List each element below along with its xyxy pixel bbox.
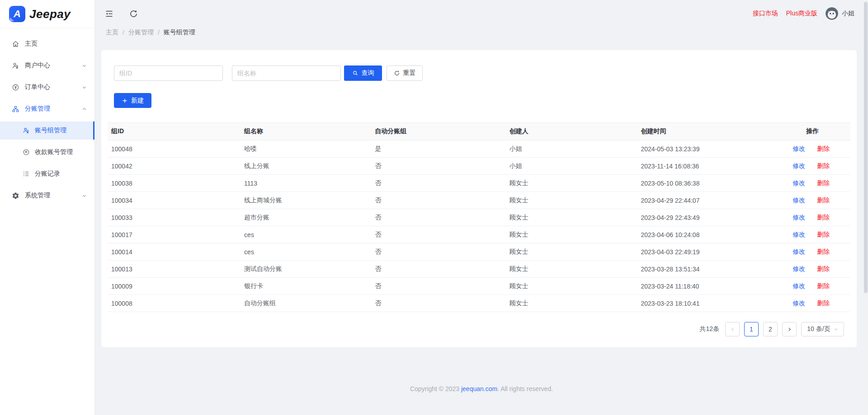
delete-link[interactable]: 删除 — [817, 231, 830, 238]
page-size-value: 10 条/页 — [807, 325, 830, 333]
query-button[interactable]: 查询 — [344, 65, 382, 81]
group-name-input[interactable] — [232, 65, 341, 81]
delete-link[interactable]: 删除 — [817, 282, 830, 289]
edit-link[interactable]: 修改 — [793, 248, 805, 255]
table-cell: 顾女士 — [506, 209, 637, 226]
chevron-up-icon — [82, 107, 87, 112]
table-cell: 2023-11-14 16:08:36 — [637, 158, 787, 175]
table-row: 100033超市分账否顾女士2023-04-29 22:43:49修改删除 — [108, 209, 850, 226]
table-cell: 线上商城分账 — [241, 192, 371, 209]
scrollbar-thumb[interactable] — [864, 2, 868, 293]
pagination-page-2[interactable]: 2 — [763, 322, 778, 336]
edit-link[interactable]: 修改 — [793, 299, 805, 307]
content-card: 查询 重置 新建 — [101, 50, 857, 347]
table-row: 100009银行卡否顾女士2023-03-24 11:18:40修改删除 — [108, 278, 850, 295]
username: 小姐 — [842, 9, 854, 18]
menu-fold-icon[interactable] — [104, 9, 114, 19]
edit-link[interactable]: 修改 — [793, 265, 805, 272]
table-cell: 100033 — [108, 209, 241, 226]
brand-name: Jeepay — [29, 7, 71, 21]
group-id-input[interactable] — [114, 65, 223, 81]
sidebar-item-split-records[interactable]: 分账记录 — [0, 165, 94, 183]
sidebar-item-merchant-center[interactable]: 商户中心 — [0, 56, 94, 75]
create-button[interactable]: 新建 — [114, 93, 151, 108]
edit-link[interactable]: 修改 — [793, 214, 805, 221]
pagination-next-button[interactable] — [782, 322, 797, 336]
delete-link[interactable]: 删除 — [817, 162, 830, 169]
cluster-icon — [12, 105, 19, 113]
column-header: 自动分账组 — [371, 123, 505, 140]
table-cell: 超市分账 — [241, 209, 371, 226]
sidebar-item-order-center[interactable]: 订单中心 — [0, 78, 94, 96]
table-cell: 否 — [371, 243, 505, 261]
delete-link[interactable]: 删除 — [817, 196, 830, 204]
sidebar-item-account-group-management[interactable]: 账号组管理 — [0, 121, 94, 140]
table-cell: 2023-04-29 22:43:49 — [637, 209, 787, 226]
table-cell: 顾女士 — [506, 295, 637, 312]
pagination-prev-button[interactable] — [725, 322, 740, 336]
table-cell: 是 — [371, 140, 505, 158]
sidebar-menu: 主页 商户中心 订单中心 — [0, 28, 94, 205]
api-market-link[interactable]: 接口市场 — [753, 9, 778, 18]
table-cell: 100009 — [108, 278, 241, 295]
row-actions: 修改删除 — [787, 261, 850, 278]
breadcrumb-separator: / — [158, 29, 160, 36]
query-button-label: 查询 — [362, 69, 374, 77]
table-cell: 否 — [371, 192, 505, 209]
chevron-down-icon — [82, 63, 87, 68]
jeepay-logo-icon: A — [9, 6, 25, 22]
breadcrumb-split-management[interactable]: 分账管理 — [128, 28, 154, 37]
table-cell: 顾女士 — [506, 175, 637, 192]
table-cell: 1113 — [241, 175, 371, 192]
delete-link[interactable]: 删除 — [817, 248, 830, 255]
table-row: 100042线上分账否小姐2023-11-14 16:08:36修改删除 — [108, 158, 850, 175]
sidebar-item-receiver-account-management[interactable]: R 收款账号管理 — [0, 143, 94, 161]
table-cell: 100038 — [108, 175, 241, 192]
delete-link[interactable]: 删除 — [817, 179, 830, 187]
delete-link[interactable]: 删除 — [817, 145, 830, 152]
row-actions: 修改删除 — [787, 140, 850, 158]
delete-link[interactable]: 删除 — [817, 299, 830, 307]
table-row: 100014ces否顾女士2023-04-03 22:49:19修改删除 — [108, 243, 850, 261]
chevron-down-icon — [82, 193, 87, 198]
delete-link[interactable]: 删除 — [817, 265, 830, 272]
reload-icon[interactable] — [129, 9, 138, 19]
table-cell: 2023-03-28 13:51:34 — [637, 261, 787, 278]
table-cell: 否 — [371, 278, 505, 295]
sidebar-item-system-management[interactable]: 系统管理 — [0, 187, 94, 205]
reset-button[interactable]: 重置 — [387, 65, 423, 81]
reset-icon — [394, 70, 400, 76]
breadcrumb-home[interactable]: 主页 — [106, 28, 118, 37]
edit-link[interactable]: 修改 — [793, 196, 805, 204]
row-actions: 修改删除 — [787, 295, 850, 312]
topbar: 接口市场 Plus商业版 小姐 — [95, 0, 868, 27]
table-cell: 100042 — [108, 158, 241, 175]
edit-link[interactable]: 修改 — [793, 231, 805, 238]
edit-link[interactable]: 修改 — [793, 282, 805, 289]
page-size-select[interactable]: 10 条/页 — [801, 322, 844, 336]
jeequan-link[interactable]: jeequan.com — [461, 385, 497, 392]
user-menu[interactable]: 小姐 — [826, 7, 854, 20]
chevron-down-icon — [834, 327, 838, 331]
avatar — [826, 7, 838, 20]
plus-edition-link[interactable]: Plus商业版 — [786, 9, 817, 18]
table-cell: 100008 — [108, 295, 241, 312]
table-cell: 2023-03-23 18:10:41 — [637, 295, 787, 312]
pagination-page-1[interactable]: 1 — [744, 322, 759, 336]
table-cell: 顾女士 — [506, 278, 637, 295]
sidebar-item-split-management[interactable]: 分账管理 — [0, 100, 94, 118]
column-header: 操作 — [787, 123, 850, 140]
account-group-icon — [23, 127, 30, 134]
column-header: 创建时间 — [637, 123, 787, 140]
sidebar-item-home[interactable]: 主页 — [0, 35, 94, 53]
edit-link[interactable]: 修改 — [793, 162, 805, 169]
sidebar-item-label: 商户中心 — [25, 61, 50, 70]
edit-link[interactable]: 修改 — [793, 145, 805, 152]
brand-logo[interactable]: A Jeepay — [0, 0, 94, 28]
sidebar-item-label: 主页 — [25, 40, 38, 48]
table-cell: 100013 — [108, 261, 241, 278]
edit-link[interactable]: 修改 — [793, 179, 805, 187]
delete-link[interactable]: 删除 — [817, 214, 830, 221]
table-cell: ces — [241, 226, 371, 243]
copyright-suffix: . All rights reserved. — [497, 385, 553, 392]
